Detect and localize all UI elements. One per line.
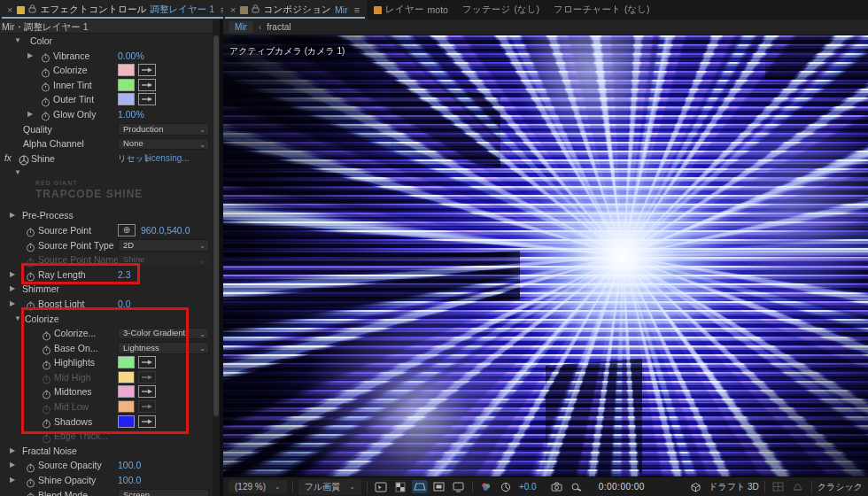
property-value[interactable]: 100.0 bbox=[118, 473, 141, 488]
stopwatch-icon[interactable] bbox=[42, 372, 51, 382]
expander-icon[interactable]: ▶ bbox=[10, 208, 15, 223]
stopwatch-icon[interactable] bbox=[41, 109, 50, 119]
dropdown-source-point-type[interactable]: 2D⌄ bbox=[118, 239, 209, 252]
stopwatch-icon[interactable] bbox=[26, 269, 35, 279]
stopwatch-icon[interactable] bbox=[42, 343, 51, 353]
draft-3d-label[interactable]: ドラフト 3D bbox=[709, 481, 759, 493]
expander-icon[interactable]: ▼ bbox=[14, 312, 21, 327]
screen-layout-icon[interactable] bbox=[451, 480, 467, 493]
eyedropper-icon[interactable] bbox=[138, 415, 156, 428]
color-swatch[interactable] bbox=[118, 415, 135, 428]
view-options-icon[interactable] bbox=[373, 480, 389, 493]
channels-icon[interactable] bbox=[478, 480, 494, 493]
stopwatch-icon[interactable] bbox=[42, 431, 51, 441]
expander-icon[interactable]: ▶ bbox=[10, 458, 15, 473]
current-time-display[interactable]: 0:00:00:00 bbox=[599, 482, 645, 492]
eyedropper-icon[interactable] bbox=[138, 79, 156, 91]
stopwatch-icon[interactable] bbox=[42, 402, 51, 412]
panel-menu-icon[interactable]: ≡ bbox=[354, 4, 360, 15]
exposure-icon[interactable] bbox=[498, 480, 514, 493]
tab-フローチャート[interactable]: フローチャート(なし) bbox=[546, 0, 657, 19]
point-target-icon[interactable]: ⊕ bbox=[118, 224, 136, 236]
fx-badge-icon[interactable]: fx bbox=[4, 153, 12, 163]
expander-icon[interactable]: ▶ bbox=[10, 267, 15, 283]
dropdown-base-on-[interactable]: Lightness⌄ bbox=[118, 342, 209, 354]
eyedropper-icon[interactable] bbox=[138, 385, 156, 398]
exposure-value[interactable]: +0.0 bbox=[519, 482, 537, 492]
stopwatch-icon[interactable] bbox=[26, 225, 35, 235]
stopwatch-icon[interactable] bbox=[42, 329, 51, 338]
stopwatch-icon[interactable] bbox=[26, 490, 35, 496]
property-label[interactable]: Fractal Noise bbox=[22, 444, 77, 459]
stopwatch-icon[interactable] bbox=[42, 387, 51, 397]
lock-icon[interactable] bbox=[28, 4, 36, 15]
color-swatch[interactable] bbox=[118, 371, 135, 384]
property-label[interactable]: Shimmer bbox=[22, 282, 59, 297]
stopwatch-icon[interactable] bbox=[26, 255, 35, 265]
color-swatch[interactable] bbox=[118, 356, 135, 368]
property-label[interactable]: Pre-Process bbox=[22, 208, 74, 223]
composition-viewport[interactable]: アクティブカメラ (カメラ 1) bbox=[223, 35, 868, 477]
dropdown-quality[interactable]: Production⌄ bbox=[118, 123, 209, 136]
stopwatch-icon[interactable] bbox=[42, 416, 51, 426]
tab-レイヤー[interactable]: レイヤーmoto bbox=[367, 0, 455, 19]
dropdown-blend-mode[interactable]: Screen⌄ bbox=[118, 489, 209, 496]
close-icon[interactable]: × bbox=[230, 4, 236, 15]
property-value[interactable]: 0.0 bbox=[118, 297, 131, 312]
expander-icon[interactable]: ▶ bbox=[10, 444, 15, 459]
expander-icon[interactable]: ▶ bbox=[10, 282, 15, 297]
resolution-dropdown[interactable]: フル画質 ⌄ bbox=[298, 479, 361, 495]
tab-effect-controls[interactable]: × エフェクトコントロール 調整レイヤー 1 ≡ bbox=[0, 0, 234, 19]
renderer-label[interactable]: クラシック bbox=[818, 481, 863, 493]
scrollbar[interactable] bbox=[213, 19, 220, 496]
dropdown-alpha-channel[interactable]: None⌄ bbox=[118, 138, 209, 151]
magnification-dropdown[interactable]: (129 %) ⌄ bbox=[229, 480, 287, 493]
draft-3d-icon[interactable] bbox=[687, 480, 703, 493]
color-swatch[interactable] bbox=[118, 93, 135, 105]
stopwatch-icon[interactable] bbox=[26, 298, 35, 308]
tab-コンポジション[interactable]: ×コンポジションMir≡ bbox=[223, 0, 367, 19]
mask-paths-icon[interactable] bbox=[412, 480, 428, 493]
breadcrumb-parent[interactable]: fractal bbox=[267, 22, 291, 32]
property-value[interactable]: 1.00% bbox=[118, 107, 144, 122]
stopwatch-icon[interactable] bbox=[41, 66, 50, 75]
transparency-grid-icon[interactable] bbox=[392, 480, 408, 493]
expander-icon[interactable]: ▶ bbox=[10, 473, 15, 488]
eyedropper-icon[interactable] bbox=[138, 93, 156, 105]
eyedropper-icon[interactable] bbox=[138, 64, 156, 76]
ground-plane-icon[interactable] bbox=[790, 480, 806, 493]
color-swatch[interactable] bbox=[118, 79, 135, 91]
close-icon[interactable]: × bbox=[7, 4, 12, 15]
dropdown-colorize-[interactable]: 3-Color Gradient⌄ bbox=[118, 328, 209, 340]
expander-icon[interactable]: ▶ bbox=[10, 297, 15, 312]
property-value[interactable]: 2.3 bbox=[118, 267, 131, 283]
eyedropper-icon[interactable] bbox=[138, 371, 156, 384]
wireframe-icon[interactable] bbox=[771, 480, 787, 493]
color-swatch[interactable] bbox=[118, 400, 135, 413]
eyedropper-icon[interactable] bbox=[138, 356, 156, 368]
color-swatch[interactable] bbox=[118, 64, 135, 76]
eyedropper-icon[interactable] bbox=[138, 400, 156, 413]
property-value[interactable]: 960.0,540.0 bbox=[141, 223, 190, 238]
lock-icon[interactable] bbox=[252, 4, 260, 15]
tab-フッテージ[interactable]: フッテージ(なし) bbox=[455, 0, 546, 19]
licensing-link[interactable]: Licensing... bbox=[144, 151, 190, 167]
property-value[interactable]: 0.00% bbox=[118, 49, 144, 64]
stopwatch-icon[interactable] bbox=[42, 358, 51, 368]
show-snapshot-icon[interactable] bbox=[569, 480, 585, 493]
expander-icon[interactable]: ▼ bbox=[14, 34, 21, 49]
scrollbar-thumb[interactable] bbox=[213, 35, 219, 416]
stopwatch-icon[interactable] bbox=[41, 50, 50, 60]
stopwatch-icon[interactable] bbox=[26, 240, 35, 250]
stopwatch-icon[interactable] bbox=[41, 95, 50, 105]
property-value[interactable]: 100.0 bbox=[118, 458, 141, 473]
stopwatch-icon[interactable] bbox=[41, 80, 50, 89]
dropdown-source-point-name[interactable]: Shine⌄ bbox=[118, 254, 209, 267]
stopwatch-icon[interactable] bbox=[26, 476, 35, 485]
expander-icon[interactable]: ▶ bbox=[27, 107, 33, 122]
snapshot-camera-icon[interactable] bbox=[549, 480, 565, 493]
expander-icon[interactable]: ▶ bbox=[27, 49, 33, 64]
region-of-interest-icon[interactable] bbox=[431, 480, 447, 493]
stopwatch-icon[interactable] bbox=[26, 461, 35, 470]
color-swatch[interactable] bbox=[118, 385, 135, 398]
